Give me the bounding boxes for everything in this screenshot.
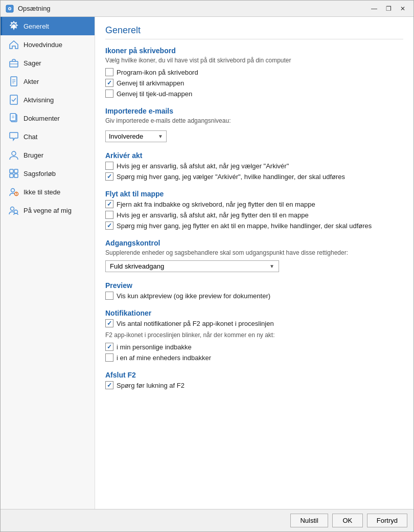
- section-title-preview: Preview: [105, 281, 403, 290]
- arkiver-row-1: Spørg mig hver gang, jeg vælger "Arkivér…: [105, 172, 403, 181]
- checkbox-row-1: Genvej til arkivmappen: [105, 79, 403, 87]
- minimize-button[interactable]: —: [367, 3, 381, 14]
- section-title-ikoner: Ikoner på skrivebord: [105, 47, 403, 55]
- checkbox-arkiver-0[interactable]: [105, 162, 113, 170]
- document-icon: [8, 76, 19, 87]
- nulstil-button[interactable]: Nulstil: [290, 514, 328, 527]
- section-desc-adgangskontrol: Supplerende enheder og sagsbehandlere sk…: [105, 249, 403, 256]
- svg-point-2: [9, 8, 11, 9]
- sidebar-label-akter: Akter: [24, 78, 39, 85]
- checkbox-flyt-0[interactable]: [105, 200, 113, 208]
- fortryd-button[interactable]: Fortryd: [367, 514, 407, 527]
- sidebar-item-bruger[interactable]: Bruger: [1, 146, 95, 164]
- notif-bottom-row-1: i en af mine enheders indbakker: [105, 353, 403, 362]
- behalf-icon: [8, 205, 19, 216]
- checkbox-notif-bottom-0[interactable]: [105, 343, 113, 351]
- svg-rect-12: [10, 114, 16, 121]
- sidebar-item-generelt[interactable]: Generelt: [1, 17, 95, 35]
- checkbox-preview-0[interactable]: [105, 292, 113, 300]
- sagsforloeb-icon: [8, 168, 19, 179]
- svg-rect-17: [14, 169, 18, 173]
- footer: Nulstil OK Fortryd: [1, 509, 413, 531]
- sidebar-label-dokumenter: Dokumenter: [24, 115, 60, 122]
- sidebar-label-hovedvindue: Hovedvindue: [24, 41, 62, 49]
- label-flyt-2: Spørg mig hver gang, jeg flytter en akt …: [117, 222, 372, 230]
- label-afslut-0: Spørg før lukning af F2: [117, 382, 185, 389]
- section-flyt: Flyt akt til mappe Fjern akt fra indbakk…: [105, 190, 403, 230]
- window-controls: — ❐ ✕: [367, 3, 409, 14]
- label-notif-bottom-0: i min personlige indbakke: [117, 343, 192, 351]
- app-icon: [5, 4, 15, 14]
- checkbox-notif-top-0[interactable]: [105, 319, 113, 327]
- svg-rect-19: [14, 174, 18, 178]
- sidebar-label-chat: Chat: [24, 133, 37, 141]
- section-adgangskontrol: Adgangskontrol Supplerende enheder og sa…: [105, 239, 403, 272]
- section-desc2-notifikationer: F2 app-ikonet i proceslinjen blinker, nå…: [105, 331, 403, 339]
- briefcase-icon: [8, 57, 19, 69]
- emails-select[interactable]: Involverede Fortrolig Offentlig: [109, 132, 156, 140]
- section-afslut: Afslut F2 Spørg før lukning af F2: [105, 371, 403, 389]
- flyt-row-2: Spørg mig hver gang, jeg flytter en akt …: [105, 221, 403, 230]
- svg-point-23: [16, 194, 16, 195]
- ok-button[interactable]: OK: [332, 514, 363, 527]
- section-arkiver: Arkivér akt Hvis jeg er ansvarlig, så af…: [105, 151, 403, 181]
- home-icon: [8, 39, 19, 50]
- adgangskontrol-select[interactable]: Fuld skriveadgang Læseadgang Ingen adgan…: [110, 262, 267, 270]
- dropdown-arrow-emails: ▼: [158, 134, 163, 139]
- label-arkiver-1: Spørg mig hver gang, jeg vælger "Arkivér…: [117, 173, 345, 181]
- notif-top-row-0: Vis antal notifikationer på F2 app-ikone…: [105, 319, 403, 327]
- checkbox-genvej-arkiv[interactable]: [105, 79, 113, 87]
- emails-dropdown[interactable]: Involverede Fortrolig Offentlig ▼: [105, 130, 167, 142]
- adgangskontrol-dropdown[interactable]: Fuld skriveadgang Læseadgang Ingen adgan…: [105, 260, 279, 272]
- sidebar-label-bruger: Bruger: [24, 151, 43, 159]
- svg-point-15: [12, 151, 16, 156]
- checkbox-notif-bottom-1[interactable]: [105, 353, 113, 362]
- gear-icon: [8, 20, 19, 32]
- page-title: Generelt: [105, 25, 403, 39]
- sidebar-label-ikke-til-stede: Ikke til stede: [24, 188, 60, 196]
- sidebar-label-sager: Sager: [24, 59, 41, 67]
- sidebar-label-generelt: Generelt: [24, 23, 49, 30]
- checkbox-arkiver-1[interactable]: [105, 172, 113, 181]
- label-notif-bottom-1: i en af mine enheders indbakker: [117, 354, 211, 362]
- arkiver-row-0: Hvis jeg er ansvarlig, så afslut akt, nå…: [105, 162, 403, 170]
- section-desc-emails: Giv importerede e-mails dette adgangsniv…: [105, 117, 403, 124]
- sidebar-item-dokumenter[interactable]: Dokumenter: [1, 109, 95, 127]
- main-content: Generelt Ikoner på skrivebord Vælg hvilk…: [95, 17, 413, 509]
- checkbox-afslut-0[interactable]: [105, 381, 113, 389]
- checkbox-program-ikon[interactable]: [105, 68, 113, 76]
- sidebar-item-aktvisning[interactable]: Aktvisning: [1, 91, 95, 109]
- sidebar-item-paa-vegne[interactable]: På vegne af mig: [1, 201, 95, 219]
- svg-rect-10: [10, 95, 17, 104]
- checkbox-row-0: Program-ikon på skrivebord: [105, 68, 403, 76]
- check-document-icon: [8, 94, 19, 105]
- flyt-row-0: Fjern akt fra indbakke og skrivebord, nå…: [105, 200, 403, 208]
- label-arkiver-0: Hvis jeg er ansvarlig, så afslut akt, nå…: [117, 162, 289, 170]
- checkbox-flyt-2[interactable]: [105, 221, 113, 230]
- section-title-arkiver: Arkivér akt: [105, 151, 403, 160]
- checkbox-flyt-1[interactable]: [105, 211, 113, 219]
- notif-bottom-row-0: i min personlige indbakke: [105, 343, 403, 351]
- away-icon: [8, 186, 19, 197]
- section-preview: Preview Vis kun aktpreview (og ikke prev…: [105, 281, 403, 300]
- sidebar-item-sager[interactable]: Sager: [1, 54, 95, 72]
- sidebar-item-hovedvindue[interactable]: Hovedvindue: [1, 35, 95, 54]
- label-program-ikon: Program-ikon på skrivebord: [117, 69, 198, 76]
- user-icon: [8, 149, 19, 161]
- checkbox-row-2: Genvej til tjek-ud-mappen: [105, 90, 403, 98]
- sidebar: Generelt Hovedvindue: [1, 17, 95, 509]
- documents-icon: [8, 113, 19, 124]
- sidebar-item-akter[interactable]: Akter: [1, 72, 95, 91]
- sidebar-item-ikke-til-stede[interactable]: Ikke til stede: [1, 183, 95, 201]
- sidebar-item-sagsforloeb[interactable]: Sagsforløb: [1, 164, 95, 183]
- checkbox-genvej-tjek[interactable]: [105, 90, 113, 98]
- label-preview-0: Vis kun aktpreview (og ikke preview for …: [117, 292, 270, 300]
- section-notifikationer: Notifikationer Vis antal notifikationer …: [105, 309, 403, 362]
- titlebar: Opsætning — ❐ ✕: [1, 1, 413, 17]
- close-button[interactable]: ✕: [396, 3, 409, 14]
- maximize-button[interactable]: ❐: [382, 3, 395, 14]
- sidebar-item-chat[interactable]: Chat: [1, 127, 95, 146]
- label-genvej-tjek: Genvej til tjek-ud-mappen: [117, 90, 192, 98]
- chat-icon: [8, 131, 19, 142]
- sidebar-label-paa-vegne: På vegne af mig: [24, 207, 72, 214]
